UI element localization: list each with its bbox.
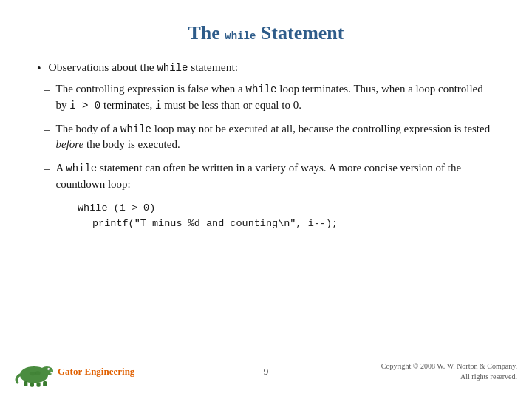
bullet-text-prefix: Observations about the [49, 61, 157, 73]
slide-title: The while Statement [37, 22, 495, 44]
sub-item-list: – The controlling expression is false wh… [37, 81, 495, 193]
sub-text-2: The body of a while loop may not be exec… [56, 121, 496, 154]
title-suffix: Statement [256, 22, 344, 44]
svg-rect-2 [50, 369, 53, 372]
sub-dash-2: – [44, 122, 50, 138]
sub-text-1: The controlling expression is false when… [56, 81, 496, 114]
code-i: i [155, 100, 161, 112]
code-line-1: while (i > 0) [78, 200, 495, 216]
code-block: while (i > 0) printf("T minus %d and cou… [78, 200, 495, 232]
gator-text: Gator Engineering [58, 366, 134, 378]
svg-point-12 [35, 371, 41, 375]
svg-rect-6 [52, 372, 53, 374]
svg-rect-8 [30, 383, 34, 387]
slide: The while Statement • Observations about… [0, 0, 532, 399]
sub-item-3: – A while statement can often be written… [44, 160, 495, 193]
main-bullet-item: • Observations about the while statement… [37, 61, 495, 75]
footer: Gator Engineering 9 Copyright © 2008 W. … [0, 355, 532, 388]
svg-point-11 [30, 372, 36, 375]
sub-text-3: A while statement can often be written i… [56, 160, 496, 193]
svg-rect-10 [43, 381, 47, 386]
svg-rect-7 [24, 381, 27, 386]
gator-logo: Gator Engineering [15, 355, 134, 388]
bullet-text: Observations about the while statement: [49, 61, 238, 74]
page-number: 9 [264, 366, 269, 378]
code-line-2: printf("T minus %d and counting\n", i--)… [92, 216, 495, 232]
svg-point-4 [49, 369, 50, 370]
svg-rect-5 [51, 372, 52, 374]
copyright-line-2: All rights reserved. [381, 372, 517, 382]
title-keyword: while [225, 30, 256, 42]
copyright-line-1: Copyright © 2008 W. W. Norton & Company. [381, 361, 517, 372]
engineering-label: Engineering [84, 366, 134, 377]
emphasis-before: before [56, 138, 84, 150]
code-condition: i > 0 [69, 100, 100, 112]
svg-rect-9 [36, 383, 40, 387]
sub-item-2: – The body of a while loop may not be ex… [44, 121, 495, 154]
sub-item-1: – The controlling expression is false wh… [44, 81, 495, 114]
sub-dash-3: – [44, 161, 50, 177]
sub-dash-1: – [44, 82, 50, 98]
main-bullet-list: • Observations about the while statement… [37, 61, 495, 75]
title-prefix: The [188, 22, 225, 44]
gator-label: Gator [58, 366, 82, 377]
gator-icon [15, 355, 53, 388]
bullet-keyword: while [157, 62, 188, 74]
code-while-1: while [246, 83, 277, 95]
bullet-dot: • [37, 62, 41, 75]
code-while-2: while [120, 123, 151, 135]
copyright-text: Copyright © 2008 W. W. Norton & Company.… [381, 361, 517, 382]
bullet-text-suffix: statement: [188, 61, 238, 73]
code-while-3: while [66, 163, 97, 174]
